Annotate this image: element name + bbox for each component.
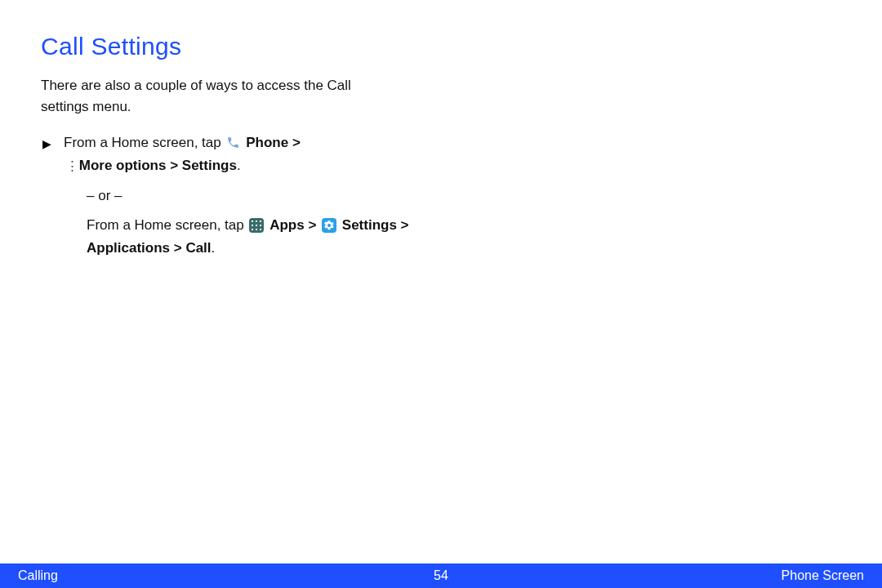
gt-2: >	[166, 158, 181, 173]
settings-gear-icon	[322, 218, 336, 233]
settings-label-1: Settings	[182, 158, 237, 173]
apps-label: Apps	[270, 217, 305, 233]
call-label: Call	[185, 240, 211, 256]
step2-prefix: From a Home screen, tap	[87, 217, 247, 233]
phone-icon	[226, 134, 240, 148]
more-options-icon: ⋮	[65, 164, 74, 178]
footer-page-number: 54	[434, 568, 448, 583]
gt-4: >	[397, 217, 409, 233]
page-title: Call Settings	[41, 33, 841, 60]
or-separator: – or –	[64, 178, 531, 214]
settings-label-2: Settings	[342, 217, 397, 233]
instruction-step-2: From a Home screen, tap Apps > Settings …	[64, 214, 531, 260]
period-1: .	[237, 158, 241, 173]
step1-prefix: From a Home screen, tap	[64, 135, 225, 150]
phone-label: Phone	[246, 135, 288, 150]
gt-1: >	[288, 135, 301, 150]
gt-3: >	[305, 217, 320, 233]
page-footer: Calling 54 Phone Screen	[0, 564, 882, 588]
more-options-label: More options	[79, 158, 167, 173]
intro-text: There are also a couple of ways to acces…	[41, 75, 400, 117]
period-2: .	[212, 240, 216, 256]
triangle-bullet-icon: ▶	[42, 135, 51, 154]
gt-5: >	[170, 240, 185, 256]
footer-left: Calling	[18, 568, 58, 583]
instruction-step-1: ▶ From a Home screen, tap Phone > ⋮ More…	[64, 131, 531, 178]
apps-icon	[249, 218, 264, 233]
applications-label: Applications	[87, 240, 170, 256]
footer-right: Phone Screen	[782, 568, 864, 583]
